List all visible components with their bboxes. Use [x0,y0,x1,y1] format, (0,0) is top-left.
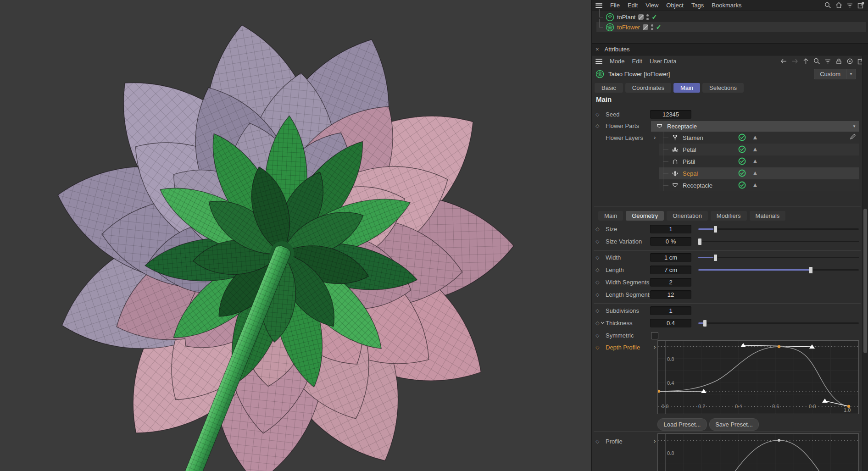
dropdown-arrow-icon[interactable]: ▼ [846,69,856,79]
forward-icon[interactable] [791,58,798,65]
length-row: ◇ Length 7 cm [592,265,862,276]
menu-bookmarks[interactable]: Bookmarks [712,2,741,9]
visibility-dots-icon[interactable] [646,14,649,20]
object-label[interactable]: toFlower [617,24,640,31]
flower-parts-select[interactable]: Receptacle ▼ [651,121,859,132]
size-variation-input[interactable]: 0 % [650,237,691,246]
thickness-input[interactable]: 0.4 [650,319,691,327]
flower-icon[interactable] [606,23,614,32]
close-icon[interactable]: × [595,46,599,53]
chevron-right-icon[interactable]: › [654,134,656,141]
layer-icon[interactable] [643,24,648,30]
svg-text:0.8: 0.8 [809,404,816,409]
object-title: Taiao Flower [toFlower] [608,71,670,78]
menu-object[interactable]: Object [666,2,684,9]
thickness-slider[interactable] [698,322,859,324]
filter-icon[interactable] [846,2,853,9]
layer-row-petal[interactable]: Petal ▲ [659,144,859,155]
chevron-right-icon[interactable]: › [654,344,656,350]
tab-coordinates[interactable]: Coordinates [625,83,671,93]
solo-triangle-icon[interactable]: ▲ [752,145,758,153]
search-icon[interactable] [813,58,820,65]
menu-mode[interactable]: Mode [610,58,625,65]
home-icon[interactable] [835,2,842,9]
svg-text:0.6: 0.6 [772,404,779,409]
size-variation-label: Size Variation [606,238,642,245]
enabled-check-circle-icon[interactable] [738,169,746,177]
scrollbar-thumb[interactable] [863,209,867,353]
size-slider[interactable] [698,228,859,230]
menu-tags[interactable]: Tags [691,2,704,9]
object-label[interactable]: toPlant [617,14,635,21]
object-row-toflower[interactable]: toFlower ✓ [596,22,866,32]
menu-edit[interactable]: Edit [628,2,638,9]
size-row: ◇ Size 1 [592,224,862,235]
profile-curve-editor[interactable]: 0.8 [657,433,859,471]
layer-row-stamen[interactable]: Stamen ▲ [659,132,859,144]
enabled-check-icon[interactable]: ✓ [656,23,662,31]
tab-basic[interactable]: Basic [595,83,623,93]
target-icon[interactable] [846,58,853,65]
up-icon[interactable] [802,58,809,65]
subtab-main[interactable]: Main [598,211,623,221]
plant-icon[interactable] [606,13,614,22]
tab-main[interactable]: Main [673,83,700,93]
menu-view[interactable]: View [645,2,658,9]
layer-row-receptacle[interactable]: Receptacle ▲ [659,179,859,191]
popout-icon[interactable] [857,2,864,9]
back-icon[interactable] [780,58,787,65]
param-diamond-icon[interactable]: ◇ [595,123,599,129]
subtab-modifiers[interactable]: Modifiers [711,211,747,221]
subtab-orientation[interactable]: Orientation [667,211,708,221]
save-preset-button[interactable]: Save Preset... [709,418,759,431]
enabled-check-circle-icon[interactable] [738,145,746,153]
solo-triangle-icon[interactable]: ▲ [752,181,758,189]
width-segments-input[interactable]: 2 [650,278,691,287]
lock-icon[interactable] [835,58,842,65]
solo-triangle-icon[interactable]: ▲ [752,169,758,177]
menu-file[interactable]: File [610,2,620,9]
width-slider[interactable] [698,256,859,259]
preset-dropdown[interactable]: Custom ▼ [814,69,856,79]
seed-input[interactable]: 12345 [650,110,691,119]
size-variation-slider[interactable] [698,240,859,243]
3d-viewport[interactable] [0,0,591,471]
menu-user-data[interactable]: User Data [650,58,677,65]
width-input[interactable]: 1 cm [650,253,691,262]
panel-scrollbar[interactable] [862,55,868,471]
size-input[interactable]: 1 [650,225,691,233]
length-segments-input[interactable]: 12 [650,290,691,299]
length-input[interactable]: 7 cm [650,266,691,274]
menu-icon[interactable] [595,59,602,64]
solo-triangle-icon[interactable]: ▲ [752,133,758,141]
dropdown-arrow-icon[interactable]: ▼ [852,124,856,128]
solo-triangle-icon[interactable]: ▲ [752,157,758,165]
chevron-down-icon[interactable] [601,321,605,324]
menu-edit[interactable]: Edit [632,58,642,65]
search-icon[interactable] [824,2,831,9]
subtab-materials[interactable]: Materials [750,211,786,221]
subdivisions-input[interactable]: 1 [650,306,691,315]
enabled-check-circle-icon[interactable] [738,133,746,141]
object-row-toplant[interactable]: toPlant ✓ [596,12,866,22]
load-preset-button[interactable]: Load Preset... [657,418,707,431]
tab-selections[interactable]: Selections [702,83,744,93]
depth-profile-label: Depth Profile [606,344,640,351]
visibility-dots-icon[interactable] [651,24,653,30]
enabled-check-circle-icon[interactable] [738,181,746,189]
depth-profile-curve-editor[interactable]: 0.8 0.4 0.0 0.2 0.4 0.6 0.8 1.0 [657,340,859,414]
layer-row-sepal[interactable]: Sepal ▲ [659,167,859,179]
length-slider[interactable] [698,269,859,271]
layer-row-pistil[interactable]: Pistil ▲ [659,155,859,167]
menu-icon[interactable] [595,3,602,8]
subtab-geometry[interactable]: Geometry [626,211,664,221]
filter-icon[interactable] [824,58,831,65]
pencil-icon[interactable] [850,133,857,140]
enabled-check-circle-icon[interactable] [738,157,746,165]
symmetric-checkbox[interactable] [651,332,658,339]
chevron-right-icon[interactable]: › [654,438,656,444]
layer-icon[interactable] [638,14,644,20]
preset-dropdown-value[interactable]: Custom [814,71,846,78]
param-diamond-icon[interactable]: ◇ [595,111,599,117]
enabled-check-icon[interactable]: ✓ [651,13,657,21]
